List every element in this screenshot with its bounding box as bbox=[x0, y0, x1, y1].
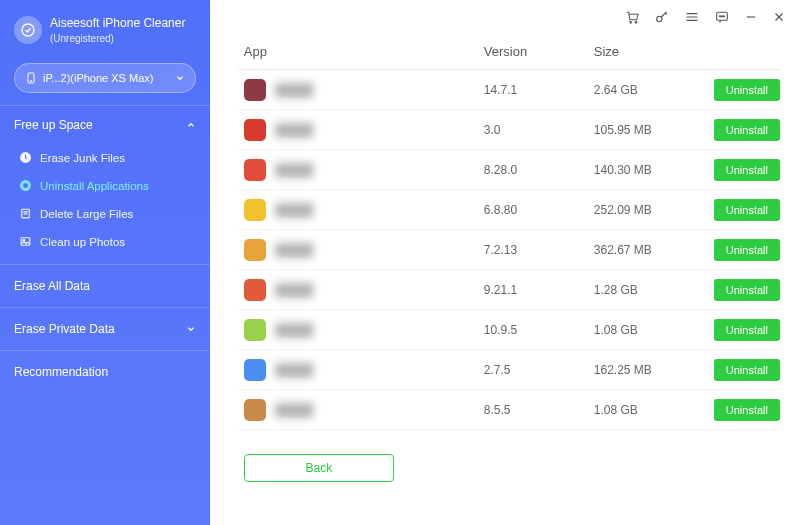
app-subtitle: (Unregistered) bbox=[50, 32, 185, 45]
app-table-body[interactable]: ████14.7.12.64 GBUninstall████3.0105.95 … bbox=[238, 70, 780, 436]
app-name-blurred: ████ bbox=[276, 123, 314, 137]
svg-point-9 bbox=[630, 21, 632, 23]
key-icon[interactable] bbox=[654, 9, 670, 25]
device-selector[interactable]: iP...2)(iPhone XS Max) bbox=[14, 63, 196, 93]
app-version: 6.8.80 bbox=[484, 203, 594, 217]
sidebar-item-label: Uninstall Applications bbox=[40, 180, 149, 192]
app-icon bbox=[244, 279, 266, 301]
sidebar-item-clean-photos[interactable]: Clean up Photos bbox=[0, 228, 210, 256]
app-version: 9.21.1 bbox=[484, 283, 594, 297]
app-icon bbox=[244, 79, 266, 101]
sidebar-item-label: Delete Large Files bbox=[40, 208, 133, 220]
sidebar-item-erase-junk[interactable]: Erase Junk Files bbox=[0, 144, 210, 172]
clock-icon bbox=[18, 151, 32, 165]
uninstall-button[interactable]: Uninstall bbox=[714, 199, 780, 221]
app-size: 105.95 MB bbox=[594, 123, 714, 137]
app-version: 2.7.5 bbox=[484, 363, 594, 377]
app-icon bbox=[244, 319, 266, 341]
app-version: 8.28.0 bbox=[484, 163, 594, 177]
chevron-down-icon bbox=[175, 73, 185, 83]
header-app: App bbox=[244, 44, 484, 59]
free-up-space-sublist: Erase Junk Files Uninstall Applications … bbox=[0, 142, 210, 262]
app-version: 7.2.13 bbox=[484, 243, 594, 257]
table-row: ████7.2.13362.67 MBUninstall bbox=[238, 230, 780, 270]
chevron-down-icon bbox=[186, 324, 196, 334]
app-size: 2.64 GB bbox=[594, 83, 714, 97]
app-version: 8.5.5 bbox=[484, 403, 594, 417]
table-row: ████6.8.80252.09 MBUninstall bbox=[238, 190, 780, 230]
header-size: Size bbox=[594, 44, 714, 59]
header-version: Version bbox=[484, 44, 594, 59]
uninstall-button[interactable]: Uninstall bbox=[714, 239, 780, 261]
app-name-blurred: ████ bbox=[276, 323, 314, 337]
sidebar: Aiseesoft iPhone Cleaner (Unregistered) … bbox=[0, 0, 210, 525]
sidebar-section-free-up-space[interactable]: Free up Space bbox=[0, 108, 210, 142]
app-name-blurred: ████ bbox=[276, 243, 314, 257]
sidebar-item-label: Clean up Photos bbox=[40, 236, 125, 248]
uninstall-button[interactable]: Uninstall bbox=[714, 319, 780, 341]
sidebar-item-uninstall-apps[interactable]: Uninstall Applications bbox=[0, 172, 210, 200]
apps-icon bbox=[18, 179, 32, 193]
table-row: ████8.28.0140.30 MBUninstall bbox=[238, 150, 780, 190]
app-icon bbox=[244, 239, 266, 261]
phone-icon bbox=[25, 71, 37, 85]
table-header: App Version Size bbox=[238, 34, 780, 69]
feedback-icon[interactable] bbox=[714, 9, 730, 25]
section-label: Free up Space bbox=[14, 118, 93, 132]
app-size: 162.25 MB bbox=[594, 363, 714, 377]
uninstall-button[interactable]: Uninstall bbox=[714, 79, 780, 101]
app-size: 252.09 MB bbox=[594, 203, 714, 217]
uninstall-button[interactable]: Uninstall bbox=[714, 119, 780, 141]
svg-point-11 bbox=[657, 16, 662, 21]
app-icon bbox=[244, 159, 266, 181]
chevron-up-icon bbox=[186, 120, 196, 130]
app-icon bbox=[244, 199, 266, 221]
sidebar-item-erase-all-data[interactable]: Erase All Data bbox=[0, 267, 210, 305]
close-icon[interactable] bbox=[772, 10, 786, 24]
app-name-blurred: ████ bbox=[276, 203, 314, 217]
sidebar-item-delete-large-files[interactable]: Delete Large Files bbox=[0, 200, 210, 228]
app-logo-icon bbox=[14, 16, 42, 44]
table-row: ████8.5.51.08 GBUninstall bbox=[238, 390, 780, 430]
uninstall-button[interactable]: Uninstall bbox=[714, 159, 780, 181]
photo-icon bbox=[18, 235, 32, 249]
svg-rect-5 bbox=[23, 183, 27, 187]
device-label: iP...2)(iPhone XS Max) bbox=[43, 72, 153, 84]
back-button[interactable]: Back bbox=[244, 454, 394, 482]
app-size: 1.08 GB bbox=[594, 403, 714, 417]
app-icon bbox=[244, 399, 266, 421]
uninstall-button[interactable]: Uninstall bbox=[714, 279, 780, 301]
uninstall-button[interactable]: Uninstall bbox=[714, 399, 780, 421]
app-version: 14.7.1 bbox=[484, 83, 594, 97]
app-size: 362.67 MB bbox=[594, 243, 714, 257]
app-name-blurred: ████ bbox=[276, 363, 314, 377]
app-name-blurred: ████ bbox=[276, 83, 314, 97]
uninstall-button[interactable]: Uninstall bbox=[714, 359, 780, 381]
svg-point-14 bbox=[721, 16, 722, 17]
table-row: ████2.7.5162.25 MBUninstall bbox=[238, 350, 780, 390]
app-version: 3.0 bbox=[484, 123, 594, 137]
table-row: ████14.7.12.64 GBUninstall bbox=[238, 70, 780, 110]
app-size: 140.30 MB bbox=[594, 163, 714, 177]
cart-icon[interactable] bbox=[624, 9, 640, 25]
app-name-blurred: ████ bbox=[276, 403, 314, 417]
titlebar bbox=[210, 0, 800, 34]
sidebar-item-recommendation[interactable]: Recommendation bbox=[0, 353, 210, 391]
app-size: 1.08 GB bbox=[594, 323, 714, 337]
nav-label: Erase Private Data bbox=[14, 322, 115, 336]
app-name-blurred: ████ bbox=[276, 283, 314, 297]
svg-point-0 bbox=[22, 24, 34, 36]
svg-rect-7 bbox=[21, 238, 30, 246]
svg-point-10 bbox=[635, 21, 637, 23]
svg-point-15 bbox=[723, 16, 724, 17]
nav-label: Recommendation bbox=[14, 365, 108, 379]
brand: Aiseesoft iPhone Cleaner (Unregistered) bbox=[0, 10, 210, 59]
table-row: ████3.0105.95 MBUninstall bbox=[238, 110, 780, 150]
app-title: Aiseesoft iPhone Cleaner bbox=[50, 16, 185, 32]
minimize-icon[interactable] bbox=[744, 10, 758, 24]
sidebar-item-erase-private-data[interactable]: Erase Private Data bbox=[0, 310, 210, 348]
menu-icon[interactable] bbox=[684, 9, 700, 25]
app-name-blurred: ████ bbox=[276, 163, 314, 177]
app-size: 1.28 GB bbox=[594, 283, 714, 297]
app-icon bbox=[244, 119, 266, 141]
